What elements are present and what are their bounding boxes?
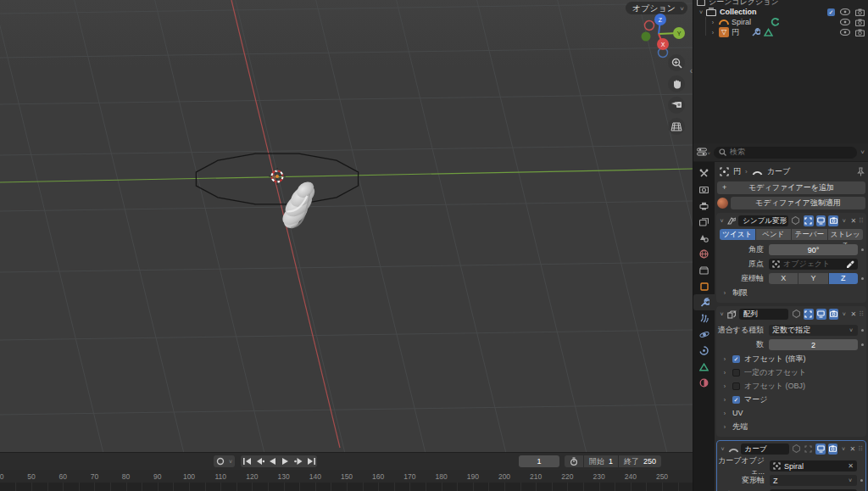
next-keyframe-button[interactable] bbox=[292, 455, 304, 467]
tab-taper[interactable]: テーパー bbox=[792, 229, 827, 240]
keyframe-dot[interactable] bbox=[861, 248, 864, 251]
origin-object-field[interactable]: オブジェクト bbox=[769, 259, 858, 270]
disable-render-camera-icon[interactable] bbox=[855, 29, 865, 36]
breadcrumb-data[interactable]: カーブ bbox=[767, 166, 790, 177]
tab-stretch[interactable]: ストレッチ bbox=[828, 229, 864, 240]
render-display-icon[interactable] bbox=[828, 444, 837, 455]
panel-collapse-icon[interactable]: ˅ bbox=[720, 446, 726, 452]
collection-checkbox[interactable]: ✓ bbox=[827, 8, 835, 16]
panel-collapse-icon[interactable]: ˅ bbox=[719, 311, 725, 317]
tab-bend[interactable]: ベンド bbox=[756, 229, 792, 240]
tab-modifiers[interactable] bbox=[693, 294, 715, 310]
realtime-display-icon[interactable] bbox=[804, 444, 813, 455]
filter-dropdown-icon[interactable]: ˅ bbox=[860, 148, 865, 156]
modifier-name-field[interactable]: 配列 bbox=[739, 309, 788, 320]
fit-type-dropdown[interactable]: 定数で指定 ˅ bbox=[769, 325, 858, 336]
drag-handle[interactable]: ⠿ bbox=[859, 310, 864, 318]
tab-scene[interactable] bbox=[693, 230, 715, 246]
tab-collection[interactable] bbox=[693, 262, 715, 278]
collapse-chevron-icon[interactable]: ˅ bbox=[698, 9, 704, 15]
disable-render-camera-icon[interactable] bbox=[855, 8, 865, 16]
extras-dropdown-icon[interactable]: ˅ bbox=[840, 446, 846, 452]
tab-tool[interactable] bbox=[693, 165, 715, 181]
disable-render-camera-icon[interactable] bbox=[855, 19, 865, 26]
current-frame-field[interactable]: 1 bbox=[519, 455, 559, 467]
axis-z-button[interactable]: Z bbox=[829, 273, 858, 284]
object-offset-checkbox[interactable] bbox=[732, 382, 740, 390]
grid-ortho-icon[interactable] bbox=[668, 118, 685, 135]
timeline-track-area[interactable] bbox=[0, 483, 693, 491]
merge-section[interactable]: › ✓ マージ bbox=[716, 393, 866, 406]
render-display-icon[interactable] bbox=[829, 309, 839, 320]
realtime-display-icon[interactable] bbox=[804, 309, 814, 320]
render-display-icon[interactable] bbox=[828, 215, 838, 226]
keyframe-dot[interactable] bbox=[861, 277, 864, 280]
jump-to-start-button[interactable] bbox=[241, 455, 253, 467]
spiral-row[interactable]: › Spiral bbox=[693, 17, 868, 27]
play-reverse-button[interactable] bbox=[266, 455, 279, 467]
drag-handle[interactable]: ⠿ bbox=[859, 217, 864, 225]
panel-collapse-icon[interactable]: ˅ bbox=[719, 218, 725, 224]
breadcrumb-object[interactable]: 円 bbox=[733, 166, 741, 177]
record-icon[interactable] bbox=[214, 455, 226, 467]
hide-eye-icon[interactable] bbox=[840, 29, 850, 36]
tab-physics[interactable] bbox=[693, 326, 715, 343]
limits-section[interactable]: › 制限 bbox=[716, 286, 866, 299]
modifier-name-field[interactable]: カーブ bbox=[741, 444, 789, 455]
properties-tab-strip[interactable] bbox=[693, 162, 715, 491]
clear-object-icon[interactable]: ✕ bbox=[848, 462, 854, 470]
prev-keyframe-button[interactable] bbox=[253, 455, 266, 467]
frame-start-field[interactable]: 開始 1 bbox=[584, 455, 618, 467]
pan-hand-icon[interactable] bbox=[668, 75, 685, 92]
edit-mode-display-icon[interactable] bbox=[792, 444, 801, 455]
caps-section[interactable]: › 先端 bbox=[716, 420, 866, 433]
realtime-display-icon[interactable] bbox=[804, 215, 814, 226]
tab-view-layer[interactable] bbox=[693, 214, 715, 230]
keyframe-dot[interactable] bbox=[861, 343, 864, 346]
expand-chevron-icon[interactable]: › bbox=[709, 30, 716, 36]
scene-collection-row[interactable]: シーンコレクション bbox=[697, 0, 779, 7]
frame-end-field[interactable]: 終了 250 bbox=[619, 455, 661, 467]
tab-object-data[interactable] bbox=[693, 359, 715, 375]
viewport-display-icon[interactable] bbox=[816, 309, 826, 320]
camera-view-icon[interactable] bbox=[668, 97, 685, 114]
modifier-name-field[interactable]: シンプル変形 bbox=[738, 215, 788, 226]
relative-offset-section[interactable]: › ✓ オフセット (倍率) bbox=[716, 352, 866, 365]
auto-keying-group[interactable]: ˅ bbox=[214, 455, 235, 467]
hide-eye-icon[interactable] bbox=[840, 19, 850, 25]
tab-twist[interactable]: ツイスト bbox=[720, 229, 755, 240]
constant-offset-section[interactable]: › 一定のオフセット bbox=[716, 365, 866, 379]
drag-handle[interactable]: ⠿ bbox=[858, 445, 863, 453]
uv-section[interactable]: › UV bbox=[716, 406, 866, 420]
merge-checkbox[interactable]: ✓ bbox=[732, 396, 740, 404]
outliner-panel[interactable]: シーンコレクション ˅ Collection ✓ › Spiral › bbox=[693, 0, 868, 143]
record-dropdown-icon[interactable]: ˅ bbox=[226, 455, 235, 467]
tab-world[interactable] bbox=[693, 246, 715, 262]
editor-type-icon[interactable]: ˅ bbox=[697, 148, 710, 158]
axis-x-button[interactable]: X bbox=[769, 273, 798, 284]
angle-field[interactable]: 90° bbox=[769, 244, 858, 255]
curve-object-field[interactable]: Spiral ✕ bbox=[770, 460, 857, 471]
keyframe-dot[interactable] bbox=[861, 329, 864, 332]
use-preview-range-icon[interactable] bbox=[565, 455, 583, 467]
pin-icon[interactable] bbox=[857, 167, 865, 176]
playback-controls[interactable] bbox=[241, 455, 317, 467]
tab-constraints[interactable] bbox=[693, 343, 715, 359]
edit-mode-display-icon[interactable] bbox=[791, 309, 801, 320]
timeline-editor[interactable]: ˅ 1 開始 1 終了 250 bbox=[0, 452, 693, 491]
remove-modifier-icon[interactable]: ✕ bbox=[850, 310, 856, 318]
add-modifier-button[interactable]: + モディファイアーを追加 bbox=[717, 181, 865, 194]
timeline-ruler[interactable]: 4050607080901001101201301401501601701801… bbox=[0, 470, 693, 483]
relative-offset-checkbox[interactable]: ✓ bbox=[732, 355, 740, 363]
eyedropper-icon[interactable] bbox=[846, 260, 854, 269]
remove-modifier-icon[interactable]: ✕ bbox=[850, 217, 856, 225]
count-field[interactable]: 2 bbox=[769, 339, 858, 350]
3d-viewport[interactable]: オプション Z Y X bbox=[0, 0, 693, 452]
tab-object[interactable] bbox=[693, 278, 715, 294]
circle-row[interactable]: › ▽ 円 bbox=[693, 27, 868, 37]
tab-output[interactable] bbox=[693, 198, 715, 214]
edit-mode-display-icon[interactable] bbox=[791, 215, 801, 226]
expand-chevron-icon[interactable]: › bbox=[709, 20, 716, 25]
extras-dropdown-icon[interactable]: ˅ bbox=[841, 218, 847, 224]
search-input[interactable]: 検索 bbox=[714, 147, 857, 159]
